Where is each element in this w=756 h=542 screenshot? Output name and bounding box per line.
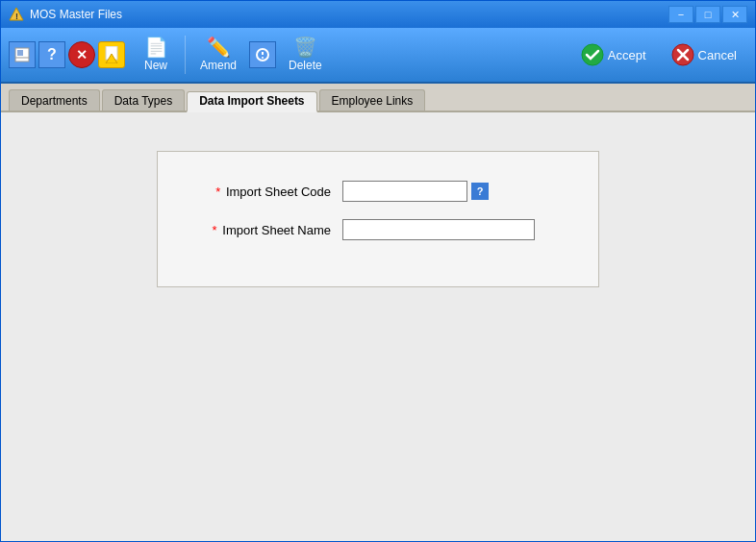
import-sheet-name-input[interactable] [342, 219, 535, 240]
amend-icon: ✏️ [207, 37, 231, 57]
close-button[interactable]: ✕ [722, 6, 747, 23]
new-icon: 📄 [144, 37, 168, 57]
app-icon: ! [9, 7, 24, 22]
amend-icon-btn[interactable] [249, 41, 276, 68]
import-sheet-code-row: * Import Sheet Code ? [196, 181, 560, 202]
main-window: ! MOS Master Files − □ ✕ ? ✕ [0, 0, 756, 542]
toolbar-icon-1[interactable] [9, 41, 36, 68]
svg-rect-3 [17, 50, 23, 56]
new-button[interactable]: 📄 New [135, 32, 177, 78]
toolbar: ? ✕ 📄 New ✏️ Amend [1, 28, 755, 84]
svg-text:!: ! [15, 12, 18, 21]
content-area: * Import Sheet Code ? * Import Sheet Nam… [1, 112, 755, 541]
import-sheet-code-input[interactable] [342, 181, 467, 202]
cancel-icon [671, 43, 694, 66]
tab-data-import-sheets[interactable]: Data Import Sheets [187, 91, 316, 112]
delete-button[interactable]: 🗑️ Delete [282, 32, 329, 78]
delete-label: Delete [289, 59, 322, 72]
amend-button[interactable]: ✏️ Amend [193, 32, 243, 78]
toolbar-icon-3[interactable]: ✕ [68, 41, 95, 68]
form-panel: * Import Sheet Code ? * Import Sheet Nam… [157, 151, 599, 287]
title-bar: ! MOS Master Files − □ ✕ [1, 1, 755, 28]
delete-icon: 🗑️ [293, 37, 317, 57]
toolbar-right: Accept Cancel [570, 37, 747, 72]
import-sheet-name-label: * Import Sheet Name [196, 223, 331, 237]
tab-departments[interactable]: Departments [9, 89, 100, 111]
accept-icon [581, 43, 604, 66]
window-controls: − □ ✕ [668, 6, 747, 23]
svg-point-9 [262, 57, 264, 59]
accept-label: Accept [608, 48, 646, 62]
required-star-1: * [215, 185, 220, 199]
required-star-2: * [213, 223, 217, 237]
import-sheet-code-input-wrap: ? [342, 181, 489, 202]
separator-1 [185, 36, 186, 74]
cancel-label: Cancel [698, 48, 737, 62]
cancel-button[interactable]: Cancel [661, 37, 747, 72]
import-sheet-code-label: * Import Sheet Code [196, 185, 331, 199]
accept-button[interactable]: Accept [570, 37, 657, 72]
amend-label: Amend [200, 59, 237, 72]
svg-point-10 [582, 44, 603, 65]
import-sheet-code-help-button[interactable]: ? [471, 183, 489, 200]
maximize-button[interactable]: □ [695, 6, 720, 23]
toolbar-icon-4[interactable] [98, 41, 125, 68]
tab-data-types[interactable]: Data Types [102, 89, 185, 111]
toolbar-icon-2[interactable]: ? [38, 41, 65, 68]
minimize-button[interactable]: − [668, 6, 693, 23]
import-sheet-name-row: * Import Sheet Name [196, 219, 560, 240]
new-label: New [144, 59, 167, 72]
window-title: MOS Master Files [30, 8, 668, 21]
import-sheet-name-input-wrap [342, 219, 535, 240]
tab-employee-links[interactable]: Employee Links [319, 89, 426, 111]
tabs-bar: Departments Data Types Data Import Sheet… [1, 84, 755, 112]
